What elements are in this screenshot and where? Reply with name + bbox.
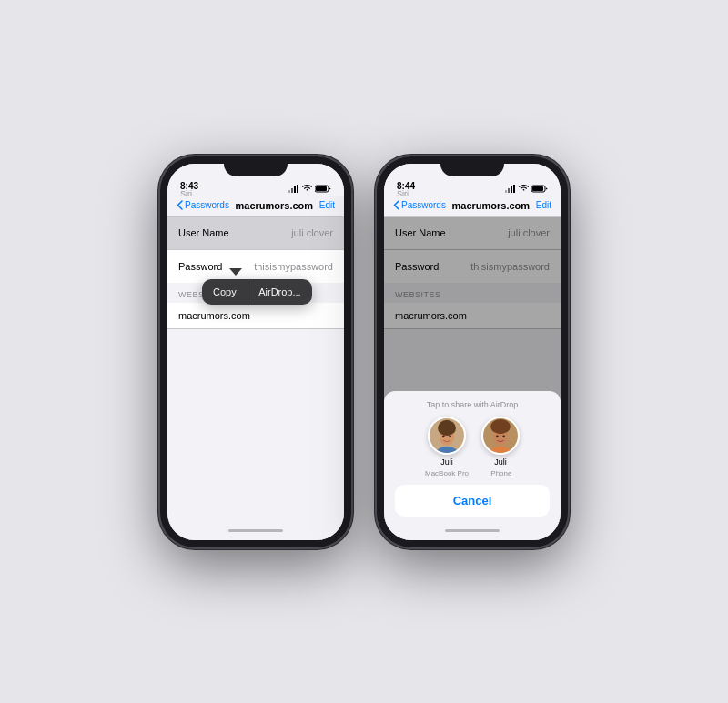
svg-rect-8	[511, 186, 512, 193]
left-websites-table: macrumors.com	[167, 303, 344, 329]
svg-point-16	[442, 435, 445, 437]
airdrop-title: Tap to share with AirDrop	[395, 400, 550, 409]
context-menu: Copy AirDrop...	[202, 279, 312, 305]
left-table: User Name juli clover Password thisismyp…	[167, 217, 344, 283]
right-wifi-icon	[519, 185, 529, 192]
username-row[interactable]: User Name juli clover	[167, 217, 344, 250]
right-notch	[440, 156, 504, 176]
svg-point-15	[439, 422, 455, 435]
username-label: User Name	[178, 227, 238, 238]
svg-rect-0	[288, 190, 290, 193]
left-edit-button[interactable]: Edit	[319, 200, 335, 210]
right-nav-title: macrumors.com	[452, 200, 531, 211]
right-phone: 8:44 Siri	[377, 156, 568, 547]
right-battery-icon	[531, 185, 548, 193]
left-screen: 8:43 Siri	[167, 164, 344, 540]
left-home-bar	[228, 529, 283, 532]
svg-point-17	[449, 435, 451, 437]
left-nav-title: macrumors.com	[236, 200, 314, 211]
svg-rect-6	[505, 190, 507, 193]
battery-icon	[315, 185, 331, 193]
copy-menu-item[interactable]: Copy	[202, 279, 248, 305]
airdrop-menu-item[interactable]: AirDrop...	[248, 279, 311, 305]
svg-point-24	[502, 435, 505, 437]
right-home-indicator	[384, 522, 561, 540]
left-back-label: Passwords	[185, 200, 229, 210]
svg-rect-5	[316, 186, 327, 191]
device2-type: iPhone	[490, 469, 512, 477]
device1-name: Juli	[440, 457, 453, 467]
left-back-button[interactable]: Passwords	[177, 200, 229, 210]
device-avatar-macbook	[428, 417, 466, 455]
left-siri: Siri	[180, 189, 192, 198]
svg-rect-9	[513, 185, 515, 193]
svg-rect-7	[508, 188, 510, 193]
right-home-bar	[445, 529, 500, 532]
signal-icon	[288, 185, 299, 193]
airdrop-device-iphone[interactable]: Juli iPhone	[481, 417, 520, 477]
cancel-button[interactable]: Cancel	[395, 485, 550, 517]
left-website-row[interactable]: macrumors.com	[167, 303, 344, 329]
phones-container: 8:43 Siri	[142, 138, 586, 566]
airdrop-devices: Juli MacBook Pro	[395, 417, 550, 477]
right-status-icons	[505, 185, 548, 193]
password-value: thisismypassword	[254, 261, 333, 272]
left-status-icons	[288, 185, 331, 193]
right-signal-icon	[505, 185, 516, 193]
svg-rect-1	[291, 188, 293, 193]
svg-rect-11	[532, 186, 543, 191]
airdrop-panel: Tap to share with AirDrop	[384, 391, 561, 522]
person-avatar-1	[430, 418, 464, 453]
right-content: User Name juli clover Password thisismyp…	[384, 217, 561, 522]
cancel-button-wrapper: Cancel	[395, 485, 550, 517]
notch	[224, 156, 288, 176]
left-nav-bar: Passwords macrumors.com Edit	[167, 196, 344, 217]
username-value: juli clover	[291, 227, 333, 238]
airdrop-sheet: Tap to share with AirDrop	[384, 391, 561, 522]
svg-rect-3	[297, 185, 298, 193]
right-nav-bar: Passwords macrumors.com Edit	[384, 196, 561, 217]
password-row[interactable]: Password thisismypassword	[167, 250, 344, 283]
left-content: Copy AirDrop... User Name juli clover Pa…	[167, 217, 344, 522]
right-edit-button[interactable]: Edit	[536, 200, 551, 210]
wifi-icon	[302, 185, 312, 192]
device1-type: MacBook Pro	[425, 469, 469, 477]
right-siri: Siri	[397, 189, 409, 198]
left-phone: 8:43 Siri	[160, 156, 351, 547]
svg-rect-2	[294, 186, 296, 193]
left-home-indicator	[167, 522, 344, 540]
back-chevron-icon	[177, 200, 183, 210]
right-screen: 8:44 Siri	[384, 164, 561, 540]
device-avatar-iphone	[481, 417, 520, 455]
popup-arrow	[229, 268, 242, 276]
device2-name: Juli	[494, 457, 507, 467]
airdrop-device-macbook[interactable]: Juli MacBook Pro	[425, 417, 469, 477]
right-back-chevron-icon	[393, 200, 399, 210]
right-back-label: Passwords	[401, 200, 446, 210]
right-back-button[interactable]: Passwords	[393, 200, 446, 210]
svg-point-23	[496, 435, 499, 437]
svg-point-22	[491, 420, 510, 433]
person-avatar-2	[483, 418, 518, 453]
